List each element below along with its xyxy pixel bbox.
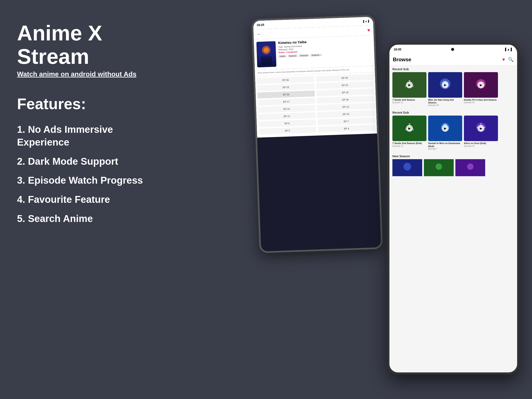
wifi-icon: ▲ <box>365 20 367 22</box>
anime-info: Kimetsu no Yaiba Type: Spring 2019 Anime… <box>278 38 372 67</box>
front-phone-time: 18:05 <box>394 48 401 51</box>
browse-scroll-content[interactable]: Recent Sub 7 SEEDS ▶ 7 Seeds 2nd Season … <box>389 65 517 374</box>
ep-btn-26[interactable]: EP 26 <box>257 76 315 84</box>
front-status-icons: ▐ ▲ ▌ <box>504 48 513 51</box>
front-signal-icon: ▐ <box>504 48 506 51</box>
dub-card-2-thumb: ▶ <box>428 115 462 141</box>
dub-card-3-title: Ahiru no Sora (Dub) <box>464 142 498 145</box>
front-camera-notch <box>451 48 454 51</box>
new-season-heading: New Season <box>389 152 517 159</box>
ep-btn-22[interactable]: EP 22 <box>316 81 374 89</box>
sub-card-1-play[interactable]: ▶ <box>406 82 413 88</box>
tag-demons: Demons <box>288 55 298 57</box>
svg-point-3 <box>264 47 269 53</box>
signal-icon: ▐ <box>362 20 364 23</box>
favorite-icon[interactable]: ♥ <box>367 27 370 33</box>
browse-header: Browse ♥ 🔍 <box>389 54 517 65</box>
recent-sub-cards: 7 SEEDS ▶ 7 Seeds 2nd Season Episode 12 <box>389 72 517 108</box>
left-section: Anime X Stream Watch anime on android wi… <box>17 21 166 232</box>
back-phone-status-icons: ▐ ▲ ▌ <box>362 20 370 23</box>
sub-card-3-ep: Episode 36 <box>464 101 498 104</box>
sub-card-1-title: 7 Seeds 2nd Season <box>393 99 426 101</box>
tag-superna: Superna... <box>310 54 322 57</box>
dub-card-3-ep: Episode 20 <box>464 145 498 147</box>
feature-item-2: 2. Dark Mode Support <box>17 155 166 168</box>
sub-card-3-play[interactable]: ▶ <box>477 82 484 88</box>
ep-btn-7[interactable]: EP 7 <box>317 117 375 125</box>
sub-card-2-title: Wan Jie Xian Zong 2nd Season <box>428 99 462 104</box>
anime-detail: Kimetsu no Yaiba Type: Spring 2019 Anime… <box>254 35 375 70</box>
sub-card-3[interactable]: ✦ ▶ Kiratto Pri☆chan 2nd Season Episode … <box>464 72 498 106</box>
feature-item-3: 3. Episode Watch Progress <box>17 174 166 187</box>
back-arrow-icon[interactable]: ← <box>257 32 261 37</box>
dub-card-2[interactable]: ▶ Somali to Mori no Kamisama (Dub) Episo… <box>428 115 462 150</box>
app-title: Anime X Stream <box>17 21 166 68</box>
ep-btn-16[interactable]: EP 16 <box>317 95 374 103</box>
ep-btn-13[interactable]: EP 13 <box>317 103 374 111</box>
dub-card-3-play[interactable]: ▶ <box>477 125 484 132</box>
ep-btn-23[interactable]: EP 23 <box>257 83 315 91</box>
phone-front: 18:05 ▐ ▲ ▌ Browse ♥ 🔍 Recent Sub <box>387 43 519 374</box>
dub-card-3-thumb: ▶ <box>464 115 498 141</box>
dub-card-2-play[interactable]: ▶ <box>442 125 449 132</box>
new-season-cards <box>389 159 517 178</box>
dub-card-2-ep: Episode 7 <box>428 148 462 150</box>
favorite-header-icon[interactable]: ♥ <box>502 57 505 62</box>
dub-card-1-title: 7 Seeds 2nd Season (Dub) <box>393 142 426 145</box>
sub-card-1-ep: Episode 12 <box>393 101 426 104</box>
new-season-card-3[interactable] <box>455 159 485 176</box>
ep-btn-14[interactable]: EP 14 <box>258 105 315 113</box>
search-icon[interactable]: 🔍 <box>508 57 514 62</box>
dub-card-2-title: Somali to Mori no Kamisama (Dub) <box>428 142 462 147</box>
recent-dub-cards: 7 SEEDS ▶ 7 Seeds 2nd Season (Dub) Episo… <box>389 115 517 152</box>
ep-btn-25[interactable]: EP 25 <box>316 74 374 82</box>
svg-point-27 <box>467 164 474 170</box>
phone-back: 18:25 ▐ ▲ ▌ ← ♥ Kimetsu no <box>251 15 383 253</box>
features-heading: Features: <box>17 95 166 113</box>
sub-card-1[interactable]: 7 SEEDS ▶ 7 Seeds 2nd Season Episode 12 <box>393 72 426 106</box>
feature-list: 1. No Ads Immersive Experience 2. Dark M… <box>17 123 166 225</box>
sub-card-2-play[interactable]: ▶ <box>442 82 449 88</box>
ep-btn-4[interactable]: EP 4 <box>318 125 375 132</box>
sub-card-3-title: Kiratto Pri☆chan 2nd Season <box>464 99 498 101</box>
ep-btn-17[interactable]: EP 17 <box>258 98 315 106</box>
front-battery-icon: ▌ <box>511 48 513 51</box>
new-season-card-2[interactable] <box>424 159 454 176</box>
dub-card-1-thumb: 7 SEEDS ▶ <box>393 115 426 141</box>
browse-title: Browse <box>393 57 411 63</box>
ep-btn-20[interactable]: EP 20 <box>257 90 315 98</box>
ep-btn-19[interactable]: EP 19 <box>317 88 374 96</box>
front-wifi-icon: ▲ <box>507 48 510 51</box>
recent-dub-heading: Recent Dub <box>389 109 517 115</box>
dub-card-1-ep: Episode 12 <box>393 145 426 147</box>
episode-grid: EP 26 EP 25 EP 23 EP 22 EP 20 EP 19 EP 1… <box>255 72 377 138</box>
tag-shounen: Shounen <box>299 54 309 57</box>
anime-poster <box>256 41 276 67</box>
dub-card-1-play[interactable]: ▶ <box>406 125 413 132</box>
ep-btn-11[interactable]: EP 11 <box>258 112 316 120</box>
sub-card-2[interactable]: ▶ Wan Jie Xian Zong 2nd Season Episode 8… <box>428 72 462 106</box>
sub-card-2-thumb: ▶ <box>428 72 462 98</box>
back-phone-time: 18:25 <box>257 23 264 27</box>
dub-card-1[interactable]: 7 SEEDS ▶ 7 Seeds 2nd Season (Dub) Episo… <box>393 115 426 150</box>
tag-action: Action <box>279 55 286 58</box>
new-season-card-1[interactable] <box>393 159 422 176</box>
sub-card-2-ep: Episode 84 <box>428 104 462 106</box>
ep-btn-8[interactable]: EP 8 <box>258 119 316 127</box>
recent-sub-heading: Recent Sub <box>389 65 517 72</box>
sub-card-1-thumb: 7 SEEDS ▶ <box>393 72 426 98</box>
phones-container: 18:25 ▐ ▲ ▌ ← ♥ Kimetsu no <box>255 17 532 379</box>
battery-icon: ▌ <box>368 20 370 22</box>
svg-point-1 <box>262 45 271 54</box>
ep-btn-5[interactable]: EP 5 <box>259 127 316 134</box>
svg-point-25 <box>436 164 442 170</box>
feature-item-1: 1. No Ads Immersive Experience <box>17 123 166 149</box>
feature-item-5: 5. Search Anime <box>17 212 166 225</box>
front-status-bar: 18:05 ▐ ▲ ▌ <box>389 45 517 54</box>
ep-btn-10[interactable]: EP 10 <box>317 110 375 118</box>
svg-rect-0 <box>256 41 276 67</box>
header-icons: ♥ 🔍 <box>502 57 514 62</box>
app-subtitle: Watch anime on android without Ads <box>17 70 166 78</box>
svg-point-23 <box>404 163 411 171</box>
dub-card-3[interactable]: ▶ Ahiru no Sora (Dub) Episode 20 <box>464 115 498 150</box>
